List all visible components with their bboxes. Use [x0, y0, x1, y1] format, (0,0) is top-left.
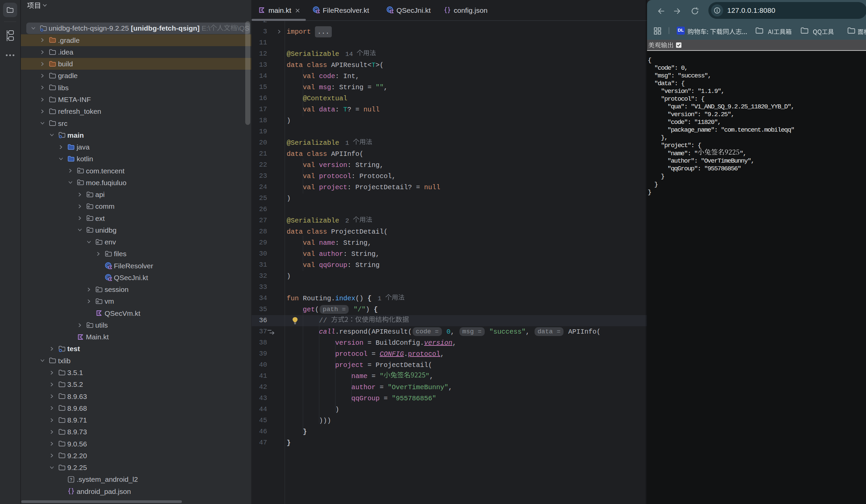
svg-text:?: ? [70, 477, 73, 482]
